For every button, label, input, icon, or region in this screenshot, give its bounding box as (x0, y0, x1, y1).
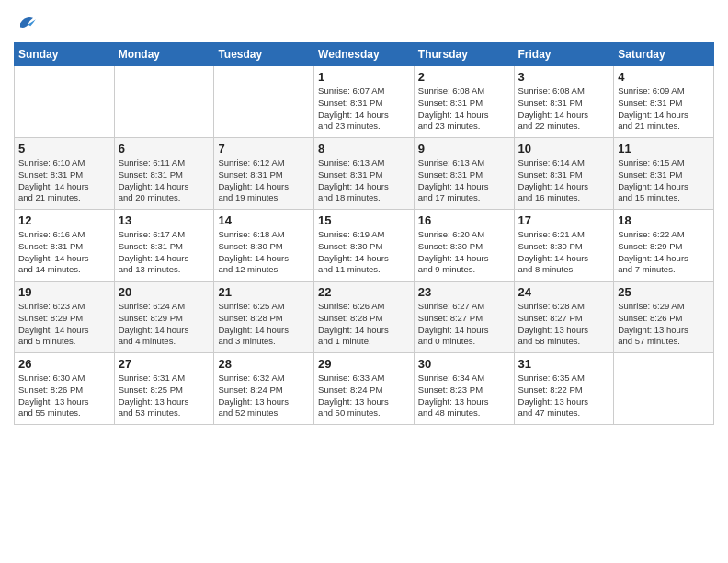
day-number: 23 (418, 285, 510, 299)
day-info: Sunrise: 6:07 AMSunset: 8:31 PMDaylight:… (318, 86, 410, 132)
day-info: Sunrise: 6:08 AMSunset: 8:31 PMDaylight:… (418, 86, 510, 132)
calendar-table: SundayMondayTuesdayWednesdayThursdayFrid… (14, 42, 714, 425)
weekday-header-wednesday: Wednesday (314, 43, 415, 66)
day-number: 2 (418, 70, 510, 84)
weekday-header-sunday: Sunday (15, 43, 115, 66)
day-cell: 16Sunrise: 6:20 AMSunset: 8:30 PMDayligh… (414, 210, 514, 282)
week-row-1: 1Sunrise: 6:07 AMSunset: 8:31 PMDaylight… (15, 66, 714, 138)
day-cell: 31Sunrise: 6:35 AMSunset: 8:22 PMDayligh… (514, 353, 614, 425)
day-info: Sunrise: 6:13 AMSunset: 8:31 PMDaylight:… (318, 157, 410, 204)
day-number: 26 (18, 357, 110, 371)
day-number: 20 (119, 285, 210, 299)
header (14, 9, 714, 35)
day-info: Sunrise: 6:31 AMSunset: 8:25 PMDaylight:… (119, 373, 210, 419)
day-cell (214, 66, 314, 138)
day-number: 4 (618, 70, 710, 84)
day-number: 15 (318, 213, 410, 227)
day-info: Sunrise: 6:14 AMSunset: 8:31 PMDaylight:… (518, 157, 610, 204)
day-cell: 27Sunrise: 6:31 AMSunset: 8:25 PMDayligh… (114, 353, 214, 425)
day-cell: 13Sunrise: 6:17 AMSunset: 8:31 PMDayligh… (114, 210, 214, 282)
day-number: 13 (119, 213, 210, 227)
weekday-header-thursday: Thursday (414, 43, 514, 66)
day-info: Sunrise: 6:15 AMSunset: 8:31 PMDaylight:… (618, 157, 710, 204)
day-number: 29 (318, 357, 410, 371)
day-cell: 18Sunrise: 6:22 AMSunset: 8:29 PMDayligh… (614, 210, 714, 282)
weekday-header-tuesday: Tuesday (214, 43, 314, 66)
day-info: Sunrise: 6:33 AMSunset: 8:24 PMDaylight:… (318, 373, 410, 419)
day-number: 14 (218, 213, 310, 227)
day-cell: 11Sunrise: 6:15 AMSunset: 8:31 PMDayligh… (614, 138, 714, 210)
day-cell: 2Sunrise: 6:08 AMSunset: 8:31 PMDaylight… (414, 66, 514, 138)
day-cell: 25Sunrise: 6:29 AMSunset: 8:26 PMDayligh… (614, 282, 714, 353)
day-cell (114, 66, 214, 138)
day-number: 16 (418, 213, 510, 227)
day-info: Sunrise: 6:10 AMSunset: 8:31 PMDaylight:… (18, 157, 110, 204)
day-number: 19 (18, 285, 110, 299)
day-cell: 14Sunrise: 6:18 AMSunset: 8:30 PMDayligh… (214, 210, 314, 282)
day-cell: 12Sunrise: 6:16 AMSunset: 8:31 PMDayligh… (15, 210, 115, 282)
weekday-header-saturday: Saturday (614, 43, 714, 66)
logo-bird-icon (14, 9, 40, 35)
day-cell: 5Sunrise: 6:10 AMSunset: 8:31 PMDaylight… (15, 138, 115, 210)
day-cell: 15Sunrise: 6:19 AMSunset: 8:30 PMDayligh… (314, 210, 415, 282)
day-info: Sunrise: 6:24 AMSunset: 8:29 PMDaylight:… (119, 301, 210, 348)
day-info: Sunrise: 6:27 AMSunset: 8:27 PMDaylight:… (418, 301, 510, 348)
day-number: 10 (518, 142, 610, 155)
day-number: 28 (218, 357, 310, 371)
day-cell: 9Sunrise: 6:13 AMSunset: 8:31 PMDaylight… (414, 138, 514, 210)
day-cell: 4Sunrise: 6:09 AMSunset: 8:31 PMDaylight… (614, 66, 714, 138)
week-row-4: 19Sunrise: 6:23 AMSunset: 8:29 PMDayligh… (15, 282, 714, 353)
day-info: Sunrise: 6:08 AMSunset: 8:31 PMDaylight:… (518, 86, 610, 132)
day-number: 30 (418, 357, 510, 371)
weekday-header-row: SundayMondayTuesdayWednesdayThursdayFrid… (15, 43, 714, 66)
day-info: Sunrise: 6:34 AMSunset: 8:23 PMDaylight:… (418, 373, 510, 419)
day-cell (15, 66, 115, 138)
day-number: 11 (618, 142, 710, 155)
day-number: 1 (318, 70, 410, 84)
page: SundayMondayTuesdayWednesdayThursdayFrid… (0, 0, 728, 563)
day-cell: 17Sunrise: 6:21 AMSunset: 8:30 PMDayligh… (514, 210, 614, 282)
day-number: 12 (18, 213, 110, 227)
day-number: 9 (418, 142, 510, 155)
day-info: Sunrise: 6:19 AMSunset: 8:30 PMDaylight:… (318, 229, 410, 276)
day-number: 21 (218, 285, 310, 299)
day-number: 25 (618, 285, 710, 299)
day-cell: 24Sunrise: 6:28 AMSunset: 8:27 PMDayligh… (514, 282, 614, 353)
day-cell: 21Sunrise: 6:25 AMSunset: 8:28 PMDayligh… (214, 282, 314, 353)
day-info: Sunrise: 6:28 AMSunset: 8:27 PMDaylight:… (518, 301, 610, 348)
day-cell: 3Sunrise: 6:08 AMSunset: 8:31 PMDaylight… (514, 66, 614, 138)
day-cell: 10Sunrise: 6:14 AMSunset: 8:31 PMDayligh… (514, 138, 614, 210)
week-row-2: 5Sunrise: 6:10 AMSunset: 8:31 PMDaylight… (15, 138, 714, 210)
day-number: 6 (119, 142, 210, 155)
day-info: Sunrise: 6:35 AMSunset: 8:22 PMDaylight:… (518, 373, 610, 419)
day-cell: 19Sunrise: 6:23 AMSunset: 8:29 PMDayligh… (15, 282, 115, 353)
day-cell: 1Sunrise: 6:07 AMSunset: 8:31 PMDaylight… (314, 66, 415, 138)
day-info: Sunrise: 6:13 AMSunset: 8:31 PMDaylight:… (418, 157, 510, 204)
day-cell: 23Sunrise: 6:27 AMSunset: 8:27 PMDayligh… (414, 282, 514, 353)
day-number: 27 (119, 357, 210, 371)
day-info: Sunrise: 6:30 AMSunset: 8:26 PMDaylight:… (18, 373, 110, 419)
day-cell: 6Sunrise: 6:11 AMSunset: 8:31 PMDaylight… (114, 138, 214, 210)
day-cell: 22Sunrise: 6:26 AMSunset: 8:28 PMDayligh… (314, 282, 415, 353)
day-info: Sunrise: 6:09 AMSunset: 8:31 PMDaylight:… (618, 86, 710, 132)
day-cell: 28Sunrise: 6:32 AMSunset: 8:24 PMDayligh… (214, 353, 314, 425)
weekday-header-friday: Friday (514, 43, 614, 66)
day-number: 17 (518, 213, 610, 227)
day-number: 22 (318, 285, 410, 299)
day-info: Sunrise: 6:22 AMSunset: 8:29 PMDaylight:… (618, 229, 710, 276)
day-cell: 30Sunrise: 6:34 AMSunset: 8:23 PMDayligh… (414, 353, 514, 425)
day-info: Sunrise: 6:20 AMSunset: 8:30 PMDaylight:… (418, 229, 510, 276)
day-number: 7 (218, 142, 310, 155)
day-info: Sunrise: 6:32 AMSunset: 8:24 PMDaylight:… (218, 373, 310, 419)
day-number: 5 (18, 142, 110, 155)
day-info: Sunrise: 6:18 AMSunset: 8:30 PMDaylight:… (218, 229, 310, 276)
day-number: 8 (318, 142, 410, 155)
day-number: 3 (518, 70, 610, 84)
day-info: Sunrise: 6:11 AMSunset: 8:31 PMDaylight:… (119, 157, 210, 204)
day-info: Sunrise: 6:23 AMSunset: 8:29 PMDaylight:… (18, 301, 110, 348)
day-number: 18 (618, 213, 710, 227)
day-cell: 8Sunrise: 6:13 AMSunset: 8:31 PMDaylight… (314, 138, 415, 210)
day-info: Sunrise: 6:29 AMSunset: 8:26 PMDaylight:… (618, 301, 710, 348)
logo (14, 9, 43, 35)
day-info: Sunrise: 6:25 AMSunset: 8:28 PMDaylight:… (218, 301, 310, 348)
